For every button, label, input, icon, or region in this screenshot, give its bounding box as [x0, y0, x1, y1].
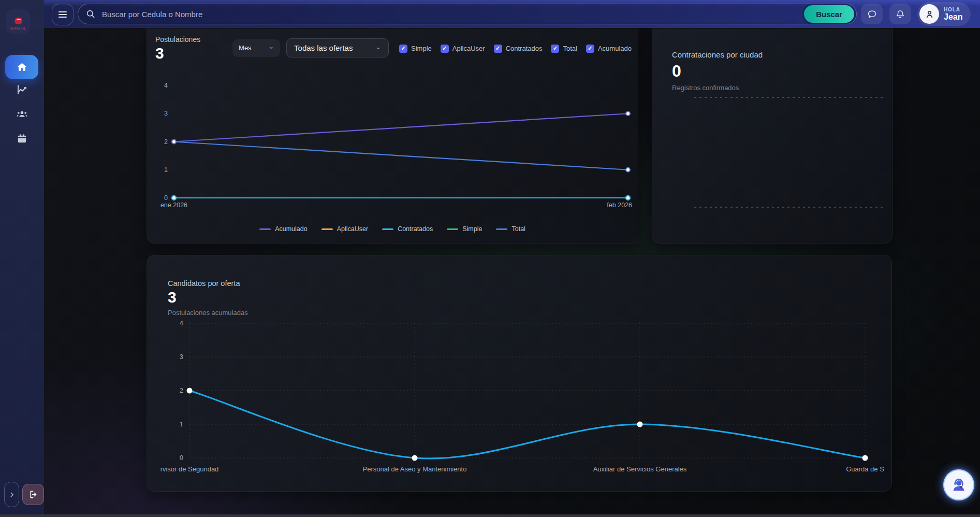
- checkbox-checked-icon: [551, 45, 559, 53]
- postulaciones-title: Postulaciones: [155, 35, 232, 44]
- sidebar-item-stats[interactable]: [16, 83, 28, 96]
- candidatos-card: Candidatos por oferta 3 Postulaciones ac…: [147, 255, 892, 492]
- checkbox-simple[interactable]: Simple: [399, 45, 432, 53]
- greeting-label: HOLA: [944, 7, 962, 12]
- data-point-Candidatos: [412, 455, 418, 461]
- search-icon: [85, 9, 96, 19]
- menu-toggle-button[interactable]: [52, 4, 74, 25]
- candidatos-value: 3: [168, 290, 891, 305]
- messages-button[interactable]: [861, 4, 883, 24]
- stats-icon: [16, 83, 28, 96]
- checkbox-contratados[interactable]: Contratados: [494, 45, 543, 53]
- legend-item[interactable]: Total: [496, 225, 525, 233]
- postulaciones-legend: AcumuladoAplicaUserContratadosSimpleTota…: [147, 225, 638, 233]
- data-point-Contratados: [172, 196, 176, 200]
- postulaciones-card-header: Postulaciones 3 Mes Todas las ofertas Si…: [155, 34, 632, 62]
- checkbox-checked-icon: [441, 45, 449, 53]
- checkbox-label: AplicaUser: [452, 45, 485, 52]
- support-button[interactable]: [943, 469, 974, 500]
- offers-select[interactable]: Todas las ofertas: [286, 38, 389, 58]
- contrataciones-chart: [661, 92, 884, 216]
- legend-swatch-icon: [382, 228, 393, 230]
- checkbox-acumulado[interactable]: Acumulado: [586, 45, 632, 53]
- postulaciones-filters: Mes Todas las ofertas Simple AplicaUser: [232, 38, 632, 58]
- fist-logo-icon: [12, 14, 24, 26]
- svg-text:feb 2026: feb 2026: [607, 202, 632, 209]
- legend-swatch-icon: [259, 228, 271, 230]
- data-point-Total: [626, 168, 630, 172]
- search-input[interactable]: [101, 9, 853, 19]
- svg-text:1: 1: [180, 421, 183, 428]
- logout-icon: [28, 490, 38, 499]
- chevron-down-icon: [375, 44, 381, 52]
- search-submit-button[interactable]: Buscar: [804, 5, 854, 23]
- svg-text:1: 1: [164, 166, 168, 174]
- checkbox-checked-icon: [399, 45, 407, 53]
- period-select[interactable]: Mes: [232, 39, 280, 57]
- svg-text:Personal de Aseo y Mantenimien: Personal de Aseo y Mantenimiento: [363, 465, 467, 473]
- legend-label: Contratados: [398, 225, 433, 233]
- topbar: Buscar HOLA Jean: [44, 0, 980, 28]
- checkbox-aplicauser[interactable]: AplicaUser: [441, 45, 485, 53]
- svg-text:3: 3: [180, 353, 183, 361]
- legend-item[interactable]: AplicaUser: [321, 225, 368, 233]
- svg-text:2: 2: [164, 138, 168, 146]
- contrataciones-subtitle: Registros confirmados: [672, 84, 892, 92]
- person-icon: [924, 9, 935, 20]
- avatar: [919, 4, 939, 24]
- contrataciones-title: Contrataciones por ciudad: [672, 50, 892, 59]
- logo-text: SEPECOL: [10, 27, 26, 30]
- data-point-Candidatos: [637, 422, 643, 427]
- checkbox-total[interactable]: Total: [551, 45, 577, 53]
- sidebar-expand-button[interactable]: [4, 482, 19, 507]
- users-icon: [16, 108, 28, 121]
- sidebar-item-users[interactable]: [16, 108, 28, 121]
- legend-label: Acumulado: [275, 225, 308, 233]
- horizontal-scrollbar[interactable]: [0, 514, 980, 517]
- user-menu[interactable]: HOLA Jean: [917, 2, 971, 26]
- contrataciones-value: 0: [672, 63, 892, 79]
- y-axis-labels: 01234: [180, 320, 183, 462]
- notifications-button[interactable]: [889, 4, 911, 24]
- legend-item[interactable]: Simple: [447, 225, 482, 233]
- legend-label: Total: [511, 225, 525, 233]
- legend-label: AplicaUser: [337, 225, 368, 233]
- series-checkboxes: Simple AplicaUser Contratados Total: [399, 45, 632, 53]
- logout-button[interactable]: [22, 484, 44, 505]
- hamburger-icon: [58, 11, 67, 18]
- x-axis-labels: rvisor de SeguridadPersonal de Aseo y Ma…: [160, 465, 884, 473]
- data-point-Candidatos: [862, 455, 868, 461]
- series-line-Candidatos: [189, 391, 865, 458]
- svg-text:Auxiliar de Servicios Generale: Auxiliar de Servicios Generales: [593, 465, 687, 473]
- sidebar-item-calendar[interactable]: [16, 132, 28, 145]
- legend-swatch-icon: [321, 228, 333, 230]
- app-logo[interactable]: SEPECOL: [6, 9, 31, 34]
- legend-swatch-icon: [496, 228, 507, 230]
- legend-item[interactable]: Acumulado: [259, 225, 308, 233]
- grid: [189, 323, 865, 458]
- offers-select-value: Todas las ofertas: [294, 44, 353, 52]
- user-text: HOLA Jean: [944, 7, 962, 22]
- sidebar: SEPECOL: [0, 0, 44, 517]
- candidatos-subtitle: Postulaciones acumuladas: [168, 309, 891, 317]
- chevron-down-icon: [268, 44, 274, 52]
- sidebar-item-home[interactable]: [5, 55, 38, 79]
- checkbox-label: Contratados: [506, 45, 543, 52]
- candidatos-chart: 01234rvisor de SeguridadPersonal de Aseo…: [155, 317, 884, 487]
- candidatos-header: Candidatos por oferta 3 Postulaciones ac…: [147, 255, 891, 317]
- svg-text:4: 4: [180, 320, 183, 327]
- data-point-Acumulado: [172, 140, 176, 144]
- headset-agent-icon: [950, 476, 968, 494]
- checkbox-label: Total: [563, 45, 577, 52]
- svg-text:0: 0: [164, 194, 168, 202]
- period-select-value: Mes: [239, 44, 252, 52]
- y-axis-labels: 01234: [164, 82, 168, 202]
- legend-label: Simple: [462, 225, 482, 233]
- chat-bubble-icon: [867, 9, 877, 20]
- series-line-Acumulado: [174, 113, 628, 141]
- postulaciones-value: 3: [155, 45, 232, 62]
- main-content: Postulaciones 3 Mes Todas las ofertas Si…: [44, 28, 980, 517]
- svg-text:0: 0: [180, 454, 183, 462]
- username-label: Jean: [944, 12, 962, 22]
- legend-item[interactable]: Contratados: [382, 225, 433, 233]
